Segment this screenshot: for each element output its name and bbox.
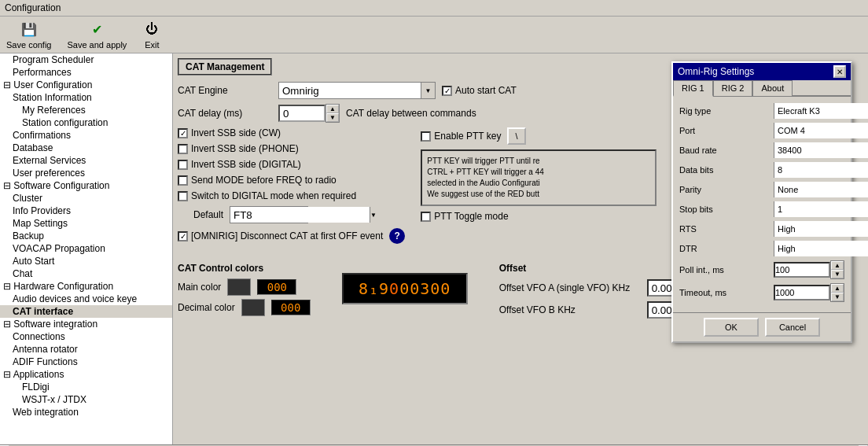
auto-start-cat-check[interactable]: Auto start CAT (442, 85, 517, 96)
sidebar-item-database[interactable]: Database (0, 142, 172, 154)
exit-button[interactable]: ⏻ Exit (142, 20, 161, 50)
save-config-icon: 💾 (20, 20, 39, 39)
default-dropdown-icon[interactable]: ▼ (370, 207, 377, 223)
sidebar-item-connections[interactable]: Connections (0, 330, 172, 343)
dtr-input[interactable] (774, 241, 868, 256)
sidebar-item-audio-devices[interactable]: Audio devices and voice keye (0, 293, 172, 305)
send-mode-checkbox[interactable] (178, 175, 188, 186)
invert-ssb-phone-check[interactable]: Invert SSB side (PHONE) (178, 143, 299, 154)
data-bits-input[interactable] (774, 162, 868, 178)
sidebar-item-applications[interactable]: ⊟ Applications (0, 368, 172, 381)
sidebar-item-software-integration[interactable]: ⊟ Software integration (0, 318, 172, 330)
main-color-preview[interactable] (227, 278, 251, 296)
sidebar-item-cluster[interactable]: Cluster (0, 192, 172, 205)
switch-digital-check[interactable]: Switch to DIGITAL mode when required (178, 190, 356, 201)
rts-input[interactable] (774, 221, 868, 237)
rts-select[interactable]: ▼ (774, 221, 844, 237)
dialog-cancel-button[interactable]: Cancel (765, 318, 820, 337)
cat-engine-input[interactable] (279, 83, 421, 98)
sidebar-item-adif-functions[interactable]: ADIF Functions (0, 356, 172, 368)
dialog-tab-rig2[interactable]: RIG 2 (713, 80, 753, 97)
dialog-close-button[interactable]: ✕ (833, 65, 846, 78)
help-button[interactable]: ? (389, 228, 405, 244)
data-bits-select[interactable]: ▼ (774, 162, 844, 178)
ptt-key-button[interactable]: \ (507, 127, 525, 145)
sidebar-item-backup[interactable]: Backup (0, 230, 172, 242)
sidebar-item-external-services[interactable]: External Services (0, 154, 172, 167)
sidebar-item-performances[interactable]: Performances (0, 66, 172, 79)
sidebar-item-web-integration[interactable]: Web integration (0, 406, 172, 418)
cat-delay-input[interactable] (278, 105, 326, 122)
sidebar-item-my-references[interactable]: My References (0, 104, 172, 116)
sidebar-item-station-information[interactable]: Station Information (0, 91, 172, 104)
sidebar-item-map-settings[interactable]: Map Settings (0, 217, 172, 230)
default-input[interactable] (230, 207, 370, 223)
dialog-tab-rig1[interactable]: RIG 1 (673, 80, 713, 97)
sidebar-item-antenna-rotator[interactable]: Antenna rotator (0, 343, 172, 356)
sidebar-item-chat[interactable]: Chat (0, 267, 172, 280)
sidebar-item-fldigi[interactable]: FLDigi (0, 381, 172, 393)
parity-input[interactable] (774, 182, 868, 197)
sidebar-item-wsjt[interactable]: WSJT-x / JTDX (0, 393, 172, 406)
timeout-input[interactable] (774, 285, 830, 300)
display-value: 8₁9000300 (359, 279, 451, 298)
cat-engine-dropdown-icon[interactable]: ▼ (421, 83, 435, 98)
sidebar-item-auto-start[interactable]: Auto Start (0, 255, 172, 267)
default-select[interactable]: ▼ (230, 206, 308, 223)
enable-ptt-checkbox[interactable] (421, 131, 431, 142)
sidebar-item-hardware-configuration[interactable]: ⊟ Hardware Configuration (0, 280, 172, 293)
sidebar-item-user-configuration[interactable]: ⊟ User Configuration (0, 79, 172, 91)
dialog-tab-about[interactable]: About (752, 80, 793, 97)
cat-engine-select[interactable]: ▼ (278, 82, 436, 99)
poll-int-row: Poll int., ms ▲ ▼ (679, 260, 844, 279)
parity-select[interactable]: ▼ (774, 182, 844, 197)
invert-ssb-cw-check[interactable]: Invert SSB side (CW) (178, 127, 281, 138)
save-config-button[interactable]: 💾 Save config (6, 20, 51, 50)
dtr-select[interactable]: ▼ (774, 241, 844, 256)
omnirig-disconnect-check[interactable]: [OMNIRIG] Disconnect CAT at first OFF ev… (178, 230, 383, 241)
poll-int-down-btn[interactable]: ▼ (831, 270, 844, 278)
ptt-toggle-checkbox[interactable] (421, 212, 431, 222)
port-input[interactable] (774, 123, 868, 138)
ptt-toggle-check[interactable]: PTT Toggle mode (421, 211, 508, 222)
invert-ssb-phone-label: Invert SSB side (PHONE) (191, 143, 299, 154)
rig-type-input[interactable] (774, 103, 868, 119)
sidebar-item-program-scheduler[interactable]: Program Scheduler (0, 53, 172, 66)
baud-rate-input[interactable] (774, 142, 868, 158)
stop-bits-input[interactable] (774, 201, 868, 217)
switch-digital-checkbox[interactable] (178, 191, 188, 201)
omnirig-disconnect-checkbox[interactable] (178, 231, 188, 241)
baud-rate-select[interactable]: ▼ (774, 142, 844, 158)
send-mode-check[interactable]: Send MODE before FREQ to radio (178, 175, 337, 186)
sidebar-item-confirmations[interactable]: Confirmations (0, 129, 172, 142)
sidebar-item-voacap[interactable]: VOACAP Propagation (0, 242, 172, 255)
dialog-tabs: RIG 1 RIG 2 About (673, 80, 851, 97)
invert-ssb-digital-checkbox[interactable] (178, 160, 188, 170)
enable-ptt-label: Enable PTT key (434, 131, 501, 142)
sidebar-item-software-configuration[interactable]: ⊟ Software Configuration (0, 179, 172, 192)
invert-ssb-digital-check[interactable]: Invert SSB side (DIGITAL) (178, 159, 301, 170)
port-select[interactable]: ▼ (774, 123, 844, 138)
poll-int-input[interactable] (774, 262, 830, 278)
sidebar-item-user-preferences[interactable]: User preferences (0, 167, 172, 179)
save-apply-button[interactable]: ✔ Save and apply (67, 20, 127, 50)
sidebar-item-station-configuration[interactable]: Station configuration (0, 116, 172, 129)
sidebar-item-cat-interface[interactable]: CAT interface (0, 305, 172, 318)
sidebar-item-info-providers[interactable]: Info Providers (0, 205, 172, 217)
auto-start-cat-checkbox[interactable] (442, 86, 452, 96)
poll-int-up-btn[interactable]: ▲ (831, 261, 844, 270)
timeout-down-btn[interactable]: ▼ (831, 293, 844, 301)
invert-ssb-phone-checkbox[interactable] (178, 144, 188, 154)
baud-rate-row: Baud rate ▼ (679, 142, 844, 158)
cat-delay-down-btn[interactable]: ▼ (326, 113, 339, 122)
invert-ssb-cw-checkbox[interactable] (178, 128, 188, 138)
rig-type-select[interactable]: ▼ (774, 103, 844, 119)
stop-bits-select[interactable]: ▼ (774, 201, 844, 217)
dialog-ok-button[interactable]: OK (704, 318, 759, 337)
exit-label: Exit (145, 40, 159, 50)
enable-ptt-check[interactable]: Enable PTT key (421, 131, 501, 142)
cat-delay-up-btn[interactable]: ▲ (326, 105, 339, 113)
timeout-up-btn[interactable]: ▲ (831, 284, 844, 293)
decimal-color-preview[interactable] (241, 299, 265, 316)
dialog-buttons: OK Cancel (673, 312, 851, 341)
